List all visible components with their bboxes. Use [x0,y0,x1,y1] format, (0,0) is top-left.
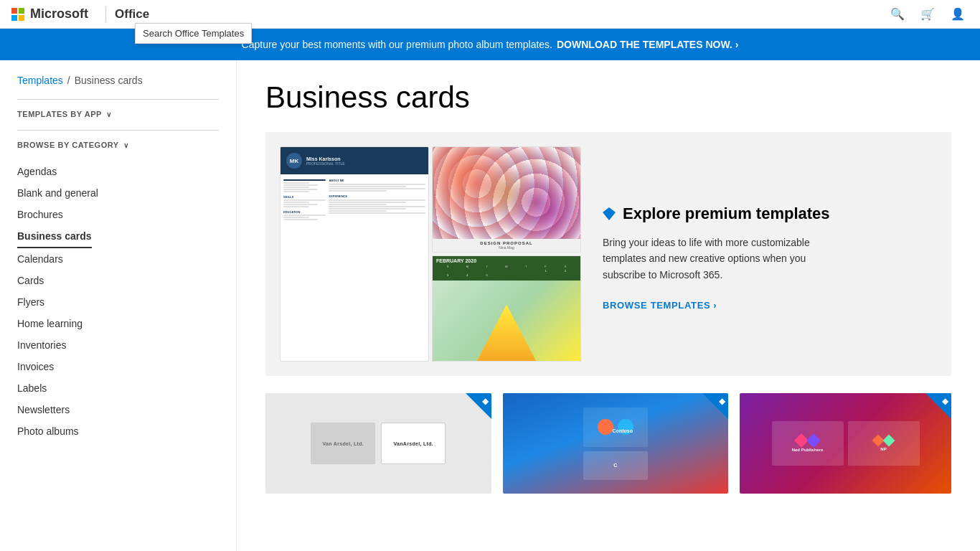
microsoft-logo: Microsoft [11,6,88,22]
breadcrumb: Templates / Business cards [17,75,219,86]
sidebar-item-blank-general[interactable]: Blank and general [17,182,219,204]
sidebar-item-newsletters[interactable]: Newsletters [17,399,219,420]
ms-square-yellow [19,15,24,21]
design-proposal-preview[interactable]: DESIGN PROPOSAL Nina Mag [432,146,581,253]
breadcrumb-templates-link[interactable]: Templates [17,75,63,86]
sidebar-item-flyers[interactable]: Flyers [17,291,219,313]
sidebar-item-photo-albums[interactable]: Photo albums [17,420,219,442]
preview-col-right: DESIGN PROPOSAL Nina Mag FEBRUARY 2020 S… [432,146,581,362]
chevron-down-icon: ∨ [106,110,112,118]
search-tooltip: Search Office Templates [135,23,252,44]
breadcrumb-separator: / [67,75,70,86]
category-nav: Agendas Blank and general Brochures Busi… [17,161,219,442]
main-content: Business cards MK Miss Karlsson PROFESSI… [237,60,980,551]
browse-by-category-section[interactable]: BROWSE BY CATEGORY ∨ [17,141,219,149]
premium-badge-icon-3: ◆ [942,396,948,406]
microsoft-text: Microsoft [30,6,88,22]
page-title: Business cards [265,80,951,115]
premium-badge-icon-2: ◆ [719,396,725,406]
sidebar-item-invoices[interactable]: Invoices [17,356,219,377]
chevron-down-icon-2: ∨ [123,141,129,149]
office-text: Office [115,7,149,22]
sidebar-item-home-learning[interactable]: Home learning [17,313,219,334]
resume-preview[interactable]: MK Miss Karlsson PROFESSIONAL TITLE [280,146,429,362]
ms-square-blue [11,15,17,21]
sidebar-item-calendars[interactable]: Calendars [17,248,219,270]
sidebar-divider-top [17,99,219,100]
cart-button[interactable]: 🛒 [917,4,938,25]
premium-card-description: Bring your ideas to life with more custo… [603,235,818,283]
diamond-icon [603,207,616,220]
sidebar-item-business-cards[interactable]: Business cards [17,225,92,248]
nav-icons: 🔍 🛒 👤 [881,4,969,25]
calendar-preview[interactable]: FEBRUARY 2020 SMT WTF S 1 2 34 5 [432,255,581,362]
sidebar-divider-mid [17,130,219,131]
sidebar-item-agendas[interactable]: Agendas [17,161,219,182]
vanarsdel-card-front: VanArsdel, Ltd. [381,423,446,464]
resume-initials: MK [286,153,302,169]
sidebar-item-cards[interactable]: Cards [17,270,219,291]
sidebar: Templates / Business cards TEMPLATES BY … [0,60,237,551]
breadcrumb-current: Business cards [75,75,143,86]
templates-by-app-section[interactable]: TEMPLATES BY APP ∨ [17,110,219,118]
top-navigation: Microsoft Office Search Office Templates… [0,0,980,29]
ms-square-green [19,8,24,14]
vanarsdel-card-back: Van Arsdel, Ltd. [311,423,375,464]
banner-text: Capture your best moments with our premi… [242,39,552,50]
search-button[interactable]: 🔍 [887,4,908,25]
nav-divider [105,6,106,22]
preview-col-left: MK Miss Karlsson PROFESSIONAL TITLE [280,146,429,362]
premium-card-title: Explore premium templates [603,204,930,223]
banner-cta-link[interactable]: DOWNLOAD THE TEMPLATES NOW. › [557,39,738,50]
sidebar-item-labels[interactable]: Labels [17,377,219,399]
premium-card-images: MK Miss Karlsson PROFESSIONAL TITLE [265,132,595,376]
browse-templates-link[interactable]: BROWSE TEMPLATES › [603,300,930,311]
template-card-vanarsdel[interactable]: ◆ Van Arsdel, Ltd. VanArsdel, Ltd. [265,393,491,494]
profile-button[interactable]: 👤 [947,4,969,25]
template-cards-grid: ◆ Van Arsdel, Ltd. VanArsdel, Ltd. ◆ [265,393,951,494]
calendar-image [433,281,580,361]
template-card-publishers[interactable]: ◆ Ned Publishers NP [740,393,951,494]
ms-logo-squares [11,8,24,21]
premium-promo-card: MK Miss Karlsson PROFESSIONAL TITLE [265,132,951,376]
template-card-contoso[interactable]: ◆ Contoso C [503,393,729,494]
ms-square-red [11,8,17,14]
premium-badge-icon-1: ◆ [482,396,489,406]
sidebar-item-inventories[interactable]: Inventories [17,334,219,356]
sidebar-item-brochures[interactable]: Brochures [17,204,219,225]
page-layout: Templates / Business cards TEMPLATES BY … [0,60,980,551]
premium-card-text: Explore premium templates Bring your ide… [595,132,951,376]
